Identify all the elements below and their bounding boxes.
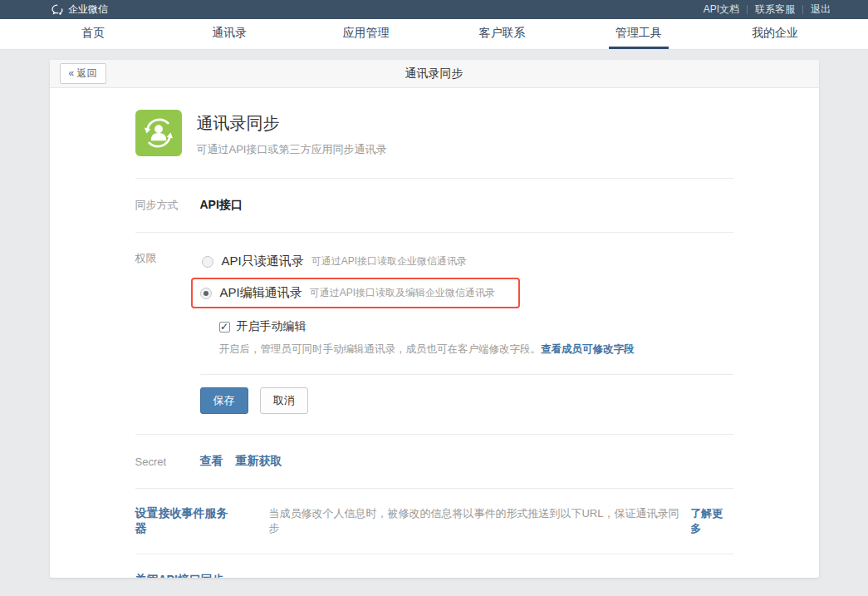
radio-option-name: API只读通讯录 <box>222 254 304 269</box>
view-editable-fields-link[interactable]: 查看成员可修改字段 <box>541 343 635 355</box>
highlighted-option-box: API编辑通讯录 可通过API接口读取及编辑企业微信通讯录 <box>191 278 521 308</box>
nav-item-customer[interactable]: 客户联系 <box>434 18 571 49</box>
sync-method-value: API接口 <box>200 198 243 213</box>
permission-label: 权限 <box>135 251 200 375</box>
learn-more-link[interactable]: 了解更多 <box>690 506 733 536</box>
brand-name: 企业微信 <box>68 2 108 17</box>
radio-option-desc: 可通过API接口读取及编辑企业微信通讯录 <box>310 286 495 300</box>
nav-item-label: 我的企业 <box>745 18 805 49</box>
close-api-sync-row: 关闭API接口同步 <box>135 554 733 578</box>
checkbox-checked-icon[interactable]: ✓ <box>219 322 230 332</box>
divider <box>200 374 733 375</box>
refresh-secret-link[interactable]: 重新获取 <box>236 454 282 469</box>
manual-edit-toggle[interactable]: ✓ 开启手动编辑 <box>219 319 733 334</box>
view-secret-link[interactable]: 查看 <box>200 454 223 469</box>
form-actions: 保存 取消 <box>200 387 733 434</box>
card-body: 通讯录同步 可通过API接口或第三方应用同步通讯录 同步方式 API接口 权限 … <box>50 88 819 578</box>
nav-item-label: 首页 <box>75 18 111 49</box>
manual-edit-label: 开启手动编辑 <box>237 319 306 334</box>
hero-section: 通讯录同步 可通过API接口或第三方应用同步通讯录 <box>135 110 733 157</box>
sync-method-label: 同步方式 <box>135 198 200 213</box>
radio-option-edit[interactable]: API编辑通讯录 可通过API接口读取及编辑企业微信通讯录 <box>200 283 496 303</box>
page-title: 通讯录同步 <box>50 66 819 81</box>
nav-item-apps[interactable]: 应用管理 <box>297 18 434 49</box>
manual-edit-desc-text: 开启后，管理员可同时手动编辑通讯录，成员也可在客户端修改字段。 <box>219 343 542 355</box>
permission-options: API只读通讯录 可通过API接口读取企业微信通讯录 API编辑通讯录 可通过A… <box>200 251 733 375</box>
hero-text: 通讯录同步 可通过API接口或第三方应用同步通讯录 <box>197 110 387 157</box>
sync-method-row: 同步方式 API接口 <box>135 179 733 232</box>
radio-option-name: API编辑通讯录 <box>220 285 302 301</box>
hero-title: 通讯录同步 <box>197 112 387 135</box>
secret-label: Secret <box>135 456 200 468</box>
contact-sync-card: « 返回 通讯录同步 通讯录同步 可通过API接口或第三方应用同步通讯录 <box>50 60 819 578</box>
logout-link[interactable]: 退出 <box>803 2 838 17</box>
nav-item-label: 应用管理 <box>336 18 395 49</box>
nav-item-label: 客户联系 <box>473 18 532 49</box>
setup-callback-server-link[interactable]: 设置接收事件服务器 <box>135 506 238 536</box>
wechat-work-logo-icon <box>51 4 64 16</box>
radio-edit-icon[interactable] <box>200 288 212 299</box>
manual-edit-section: ✓ 开启手动编辑 开启后，管理员可同时手动编辑通讯录，成员也可在客户端修改字段。… <box>219 319 733 357</box>
nav-item-home[interactable]: 首页 <box>25 18 161 49</box>
topbar-links: API文档 联系客服 退出 <box>696 2 838 17</box>
close-api-sync-link[interactable]: 关闭API接口同步 <box>135 573 224 578</box>
nav-item-label: 通讯录 <box>205 18 253 49</box>
manual-edit-desc: 开启后，管理员可同时手动编辑通讯录，成员也可在客户端修改字段。查看成员可修改字段 <box>219 342 733 357</box>
hero-subtitle: 可通过API接口或第三方应用同步通讯录 <box>197 142 387 157</box>
cancel-button[interactable]: 取消 <box>260 387 308 414</box>
nav-item-contacts[interactable]: 通讯录 <box>161 18 297 49</box>
radio-readonly-icon[interactable] <box>202 256 213 268</box>
permission-row: 权限 API只读通讯录 可通过API接口读取企业微信通讯录 API编辑通讯录 可… <box>135 233 733 375</box>
topbar: 企业微信 API文档 联系客服 退出 <box>0 0 868 19</box>
contact-sync-icon <box>135 110 182 156</box>
secret-row: Secret 查看 重新获取 <box>135 435 733 488</box>
contact-support-link[interactable]: 联系客服 <box>748 2 802 17</box>
brand: 企业微信 <box>51 2 108 17</box>
secret-links: 查看 重新获取 <box>200 454 282 469</box>
radio-option-desc: 可通过API接口读取企业微信通讯录 <box>311 254 467 268</box>
nav-item-admin-tools[interactable]: 管理工具 <box>571 18 707 49</box>
nav-item-my-company[interactable]: 我的企业 <box>707 18 843 49</box>
save-button[interactable]: 保存 <box>200 387 248 414</box>
back-button[interactable]: « 返回 <box>60 63 106 84</box>
card-header: « 返回 通讯录同步 <box>50 60 819 88</box>
api-docs-link[interactable]: API文档 <box>696 2 747 17</box>
callback-desc: 当成员修改个人信息时，被修改的信息将以事件的形式推送到以下URL，保证通讯录同步 <box>268 506 683 536</box>
radio-option-readonly[interactable]: API只读通讯录 可通过API接口读取企业微信通讯录 <box>200 251 733 272</box>
main-nav: 首页 通讯录 应用管理 客户联系 管理工具 我的企业 <box>0 19 868 50</box>
callback-server-row: 设置接收事件服务器 当成员修改个人信息时，被修改的信息将以事件的形式推送到以下U… <box>135 489 733 554</box>
nav-item-label: 管理工具 <box>609 18 669 49</box>
